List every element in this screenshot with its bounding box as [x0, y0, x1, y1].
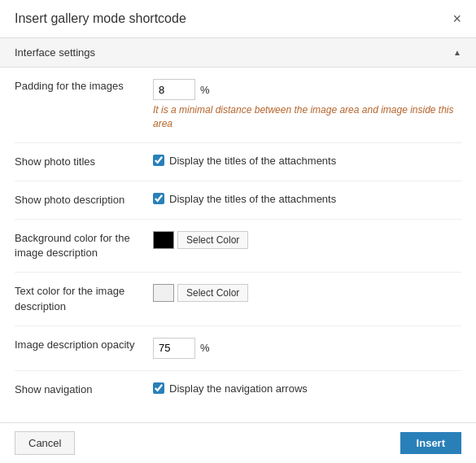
opacity-inline: % [153, 338, 210, 359]
content-show-titles: Display the titles of the attachments [153, 155, 461, 167]
padding-hint: It is a minimal distance between the ima… [153, 103, 461, 131]
bg-color-picker-row: Select Color [153, 231, 248, 249]
label-show-desc: Show photo description [15, 193, 153, 207]
row-show-desc: Show photo description Display the title… [15, 181, 461, 220]
bg-color-swatch [153, 231, 174, 249]
text-color-button[interactable]: Select Color [177, 284, 248, 302]
section-header: Interface settings ▲ [0, 38, 476, 68]
show-desc-label: Display the titles of the attachments [169, 193, 336, 205]
label-bg-color: Background color for the image descripti… [15, 231, 153, 260]
checkbox-row-desc: Display the titles of the attachments [153, 193, 336, 205]
content-show-desc: Display the titles of the attachments [153, 193, 461, 205]
label-padding: Padding for the images [15, 79, 153, 94]
text-color-swatch [153, 284, 174, 302]
row-show-nav: Show navigation Display the navigation a… [15, 371, 461, 408]
row-opacity: Image description opacity % [15, 326, 461, 371]
insert-button[interactable]: Insert [400, 432, 461, 454]
section-arrow-icon: ▲ [453, 48, 461, 57]
opacity-input[interactable] [153, 338, 195, 359]
show-titles-label: Display the titles of the attachments [169, 155, 336, 167]
padding-unit: % [200, 84, 210, 96]
show-nav-checkbox[interactable] [153, 382, 164, 394]
show-titles-checkbox[interactable] [153, 155, 164, 166]
dialog-body: Interface settings ▲ Padding for the ima… [0, 38, 476, 422]
settings-table: Padding for the images % It is a minimal… [0, 68, 476, 408]
checkbox-row-nav: Display the navigation arrows [153, 382, 308, 395]
bg-color-button[interactable]: Select Color [177, 231, 248, 249]
label-show-titles: Show photo titles [15, 155, 153, 169]
dialog-title: Insert gallery mode shortcode [15, 11, 186, 26]
label-show-nav: Show navigation [15, 382, 153, 397]
close-button[interactable]: × [452, 11, 461, 26]
cancel-button[interactable]: Cancel [15, 431, 75, 455]
dialog-footer: Cancel Insert [0, 422, 476, 463]
row-text-color: Text color for the image description Sel… [15, 273, 461, 325]
content-text-color: Select Color [153, 284, 461, 302]
checkbox-row-titles: Display the titles of the attachments [153, 155, 336, 167]
show-desc-checkbox[interactable] [153, 193, 164, 204]
content-padding: % It is a minimal distance between the i… [153, 79, 461, 131]
row-show-titles: Show photo titles Display the titles of … [15, 143, 461, 181]
dialog-header: Insert gallery mode shortcode × [0, 0, 476, 38]
padding-inline: % [153, 79, 210, 100]
label-opacity: Image description opacity [15, 338, 153, 352]
label-text-color: Text color for the image description [15, 284, 153, 313]
text-color-picker-row: Select Color [153, 284, 248, 302]
content-show-nav: Display the navigation arrows [153, 382, 461, 395]
row-padding: Padding for the images % It is a minimal… [15, 68, 461, 143]
section-title: Interface settings [15, 46, 95, 59]
show-nav-label: Display the navigation arrows [169, 382, 308, 395]
content-opacity: % [153, 338, 461, 359]
padding-input[interactable] [153, 79, 195, 100]
row-bg-color: Background color for the image descripti… [15, 220, 461, 273]
content-bg-color: Select Color [153, 231, 461, 249]
opacity-unit: % [200, 342, 210, 354]
